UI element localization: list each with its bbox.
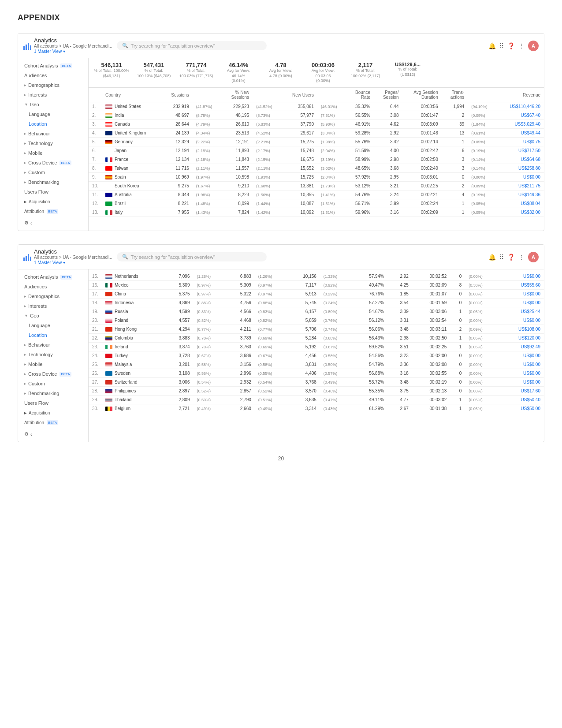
row-country[interactable]: Thailand	[102, 396, 165, 404]
sidebar-item-cohort[interactable]: Cohort Analysis BETA	[18, 61, 88, 71]
col-bounce[interactable]: BounceRate	[346, 88, 374, 102]
sidebar-item-settings[interactable]: ⚙ ‹	[18, 218, 88, 228]
row-country[interactable]: Switzerland	[102, 378, 165, 387]
row-country[interactable]: Malaysia	[102, 360, 165, 369]
sidebar2-item-interests[interactable]: ▸ Interests	[18, 301, 88, 311]
col-trans[interactable]: Trans-actions	[442, 88, 468, 102]
notification-icon-2[interactable]: 🔔	[488, 254, 496, 261]
col-sessions[interactable]: Sessions	[161, 88, 193, 102]
sidebar-item-usersflow[interactable]: Users Flow	[18, 187, 88, 197]
row-asd: 00:02:24	[402, 199, 441, 208]
row-country[interactable]: Brazil	[102, 199, 161, 208]
row-country[interactable]: Indonesia	[102, 299, 165, 307]
sidebar-item-crossdevice[interactable]: ▸ Cross Device BETA	[18, 158, 88, 168]
row-country[interactable]: Russia	[102, 307, 165, 316]
sidebar2-item-usersflow[interactable]: Users Flow	[18, 398, 88, 408]
row-trans-pct: (0.09%)	[468, 111, 497, 120]
col-pps[interactable]: Pages/Session	[374, 88, 402, 102]
sidebar2-item-crossdevice[interactable]: ▸ Cross Device BETA	[18, 369, 88, 379]
row-country[interactable]: Mexico	[102, 281, 165, 290]
sidebar2-item-cohort[interactable]: Cohort Analysis BETA	[18, 272, 88, 282]
row-country[interactable]: Japan	[102, 146, 161, 155]
sidebar-item-custom[interactable]: ▸ Custom	[18, 168, 88, 177]
sidebar-item-language[interactable]: Language	[18, 109, 88, 119]
row-country[interactable]: Italy	[102, 208, 161, 217]
sidebar-item-interests[interactable]: ▸ Interests	[18, 90, 88, 100]
row-new-users: 13,381	[282, 182, 317, 190]
sidebar-item-demographics[interactable]: ▸ Demographics	[18, 80, 88, 90]
sidebar-item-acquisition[interactable]: ▸ Acquisition	[18, 197, 88, 207]
row-country[interactable]: Australia	[102, 190, 161, 199]
row-revenue: US$88.04	[497, 199, 544, 208]
row-country[interactable]: Ireland	[102, 343, 165, 351]
sidebar2-item-demographics[interactable]: ▸ Demographics	[18, 291, 88, 301]
row-country[interactable]: Hong Kong	[102, 325, 165, 334]
row-new-sessions-pct: (1.68%)	[253, 182, 282, 190]
sidebar2-item-language[interactable]: Language	[18, 321, 88, 330]
sidebar-item-audiences[interactable]: Audiences	[18, 71, 88, 80]
row-country[interactable]: United Kingdom	[102, 129, 161, 138]
row-new-sessions-pct: (8.73%)	[253, 111, 282, 120]
help-icon[interactable]: ❓	[507, 42, 515, 49]
row-new-sessions: 7,824	[221, 208, 253, 217]
row-new-sessions-pct: (0.51%)	[255, 396, 288, 404]
avatar-2[interactable]: A	[528, 252, 539, 262]
col-new-users[interactable]: New Users	[282, 88, 317, 102]
row-country[interactable]: Belgium	[102, 404, 165, 413]
apps-icon-2[interactable]: ⠿	[499, 254, 504, 261]
sidebar2-item-benchmarking[interactable]: ▸ Benchmarking	[18, 388, 88, 398]
row-bounce: 61.29%	[353, 404, 388, 413]
row-country[interactable]: Philippines	[102, 387, 165, 396]
row-sessions: 7,096	[165, 272, 194, 281]
row-country[interactable]: France	[102, 155, 161, 164]
more-icon-2[interactable]: ⋮	[518, 254, 525, 261]
row-country[interactable]: India	[102, 111, 161, 120]
sidebar2-item-custom[interactable]: ▸ Custom	[18, 379, 88, 388]
row-new-sessions: 2,932	[226, 378, 255, 387]
search-bar[interactable]: 🔍 Try searching for "acquisition overvie…	[117, 41, 267, 50]
col-country[interactable]: Country	[102, 88, 161, 102]
sidebar-item-mobile[interactable]: ▸ Mobile	[18, 148, 88, 158]
col-asd[interactable]: Avg SessionDuration	[402, 88, 441, 102]
sidebar-item-geo[interactable]: ▼ Geo	[18, 100, 88, 109]
more-icon[interactable]: ⋮	[518, 42, 525, 49]
flag-icon	[105, 318, 112, 323]
sidebar2-item-geo[interactable]: ▼ Geo	[18, 311, 88, 321]
row-country[interactable]: South Korea	[102, 182, 161, 190]
row-bounce: 57.27%	[353, 299, 388, 307]
row-country[interactable]: Colombia	[102, 334, 165, 343]
row-country[interactable]: Poland	[102, 316, 165, 325]
sidebar-item-location[interactable]: Location	[18, 119, 88, 129]
avatar[interactable]: A	[528, 41, 539, 51]
help-icon-2[interactable]: ❓	[507, 254, 515, 261]
row-new-users-pct: (1.32%)	[320, 272, 353, 281]
notification-icon[interactable]: 🔔	[488, 42, 496, 49]
sidebar2-item-attribution[interactable]: Attribution BETA	[18, 418, 88, 427]
row-country[interactable]: Spain	[102, 173, 161, 182]
sidebar2-item-mobile[interactable]: ▸ Mobile	[18, 359, 88, 369]
sidebar-item-behaviour[interactable]: ▸ Behaviour	[18, 129, 88, 138]
data-table-1: Country Sessions % NewSessions New Users…	[89, 88, 544, 217]
col-new-sessions[interactable]: % NewSessions	[221, 88, 253, 102]
sidebar-item-technology[interactable]: ▸ Technology	[18, 138, 88, 148]
sidebar2-item-location[interactable]: Location	[18, 330, 88, 340]
apps-icon[interactable]: ⠿	[499, 42, 504, 49]
search-bar-2[interactable]: 🔍 Try searching for "acquisition overvie…	[117, 252, 267, 261]
col-revenue[interactable]: Revenue	[497, 88, 544, 102]
country-name: Thailand	[115, 397, 131, 402]
sidebar2-item-audiences[interactable]: Audiences	[18, 282, 88, 291]
row-country[interactable]: Germany	[102, 138, 161, 146]
sidebar2-item-technology[interactable]: ▸ Technology	[18, 350, 88, 359]
sidebar2-item-behaviour[interactable]: ▸ Behaviour	[18, 340, 88, 350]
sidebar2-item-settings[interactable]: ⚙ ‹	[18, 429, 88, 439]
row-country[interactable]: China	[102, 290, 165, 299]
row-country[interactable]: United States	[102, 102, 161, 111]
sidebar2-item-acquisition[interactable]: ▸ Acquisition	[18, 408, 88, 418]
sidebar-item-benchmarking[interactable]: ▸ Benchmarking	[18, 177, 88, 187]
row-country[interactable]: Netherlands	[102, 272, 165, 281]
sidebar-item-attribution[interactable]: Attribution BETA	[18, 207, 88, 216]
row-country[interactable]: Canada	[102, 120, 161, 129]
row-country[interactable]: Taiwan	[102, 164, 161, 173]
row-country[interactable]: Sweden	[102, 369, 165, 378]
row-country[interactable]: Turkey	[102, 351, 165, 360]
